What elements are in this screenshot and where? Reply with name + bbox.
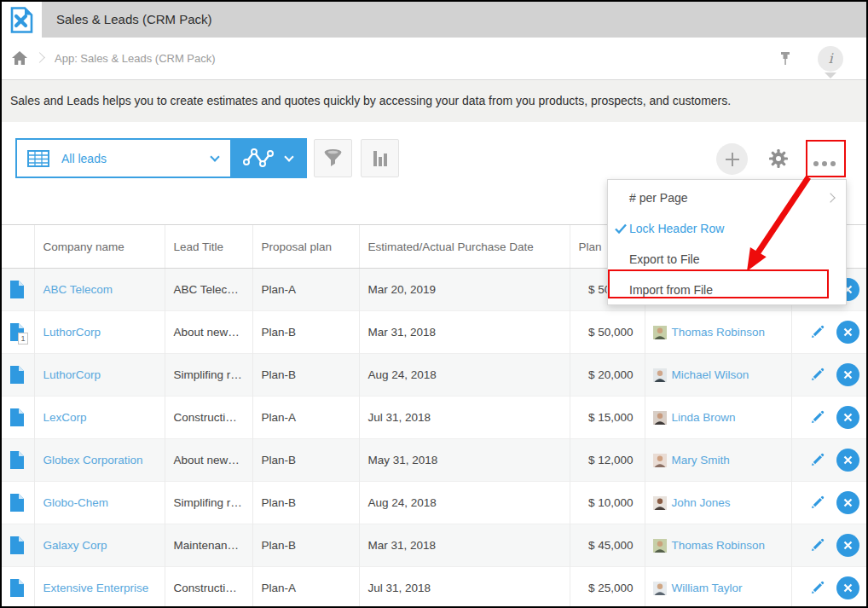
- delete-icon: [843, 583, 853, 593]
- breadcrumb: App: Sales & Leads (CRM Pack) i: [2, 38, 866, 79]
- delete-button[interactable]: [836, 491, 859, 514]
- table-row[interactable]: LexCorpConstructi…Plan-AJul 31, 2018$ 15…: [2, 397, 866, 439]
- chevron-right-icon: [825, 193, 835, 202]
- record-icon-cell[interactable]: [2, 524, 34, 567]
- edit-icon[interactable]: [810, 581, 825, 595]
- delete-button[interactable]: [836, 449, 859, 472]
- bar-chart-icon: [370, 148, 391, 169]
- company-name-cell[interactable]: Extensive Enterprise: [34, 567, 165, 608]
- person-link[interactable]: Thomas Robinson: [672, 326, 766, 339]
- person-link[interactable]: Mary Smith: [672, 454, 730, 466]
- table-row[interactable]: 1LuthorCorpAbout new…Plan-BMar 31, 2018$…: [2, 311, 866, 354]
- app-window: Sales & Leads (CRM Pack) App: Sales & Le…: [0, 0, 868, 608]
- proposal-plan-cell: Plan-A: [252, 567, 359, 608]
- delete-button[interactable]: [836, 534, 859, 557]
- filter-button[interactable]: [314, 139, 352, 177]
- company-name-cell[interactable]: LuthorCorp: [34, 311, 165, 354]
- plan-amount-cell: $ 12,000: [570, 439, 645, 482]
- gear-icon: [768, 148, 789, 169]
- person-link[interactable]: John Jones: [672, 496, 731, 509]
- lead-title-cell: About new…: [165, 439, 252, 482]
- edit-icon[interactable]: [810, 368, 825, 382]
- assigned-person-cell: Thomas Robinson: [645, 524, 791, 567]
- page-title: Sales & Leads (CRM Pack): [56, 2, 212, 38]
- person-link[interactable]: Michael Wilson: [672, 368, 749, 381]
- table-row[interactable]: Galaxy CorpMaintenan…Plan-BMar 31, 2018$…: [2, 524, 866, 567]
- company-name-cell[interactable]: Globo-Chem: [34, 482, 165, 524]
- edit-icon[interactable]: [810, 453, 825, 467]
- more-options-button[interactable]: [811, 155, 838, 162]
- breadcrumb-separator-icon: [34, 52, 45, 63]
- proposal-plan-cell: Plan-B: [252, 354, 359, 397]
- delete-button[interactable]: [836, 576, 859, 599]
- lead-title-cell: Simplifing r…: [165, 482, 252, 524]
- avatar: [653, 496, 667, 510]
- delete-icon: [843, 370, 853, 379]
- company-name-cell[interactable]: ABC Telecom: [34, 269, 165, 311]
- avatar: [653, 326, 667, 339]
- breadcrumb-text: App: Sales & Leads (CRM Pack): [55, 38, 216, 79]
- lead-title-cell: Simplifing r…: [165, 354, 252, 397]
- person-link[interactable]: Thomas Robinson: [672, 539, 766, 552]
- edit-icon[interactable]: [810, 495, 825, 510]
- record-icon-cell[interactable]: 1: [2, 311, 34, 354]
- info-icon[interactable]: i: [818, 46, 843, 72]
- menu-item-per-page[interactable]: # per Page: [608, 182, 846, 213]
- chart-view-toggle[interactable]: [230, 140, 305, 177]
- proposal-plan-cell: Plan-B: [252, 439, 359, 482]
- view-selector[interactable]: All leads: [15, 138, 307, 178]
- company-name-cell[interactable]: LuthorCorp: [34, 354, 165, 397]
- edit-icon[interactable]: [810, 538, 825, 553]
- settings-button[interactable]: [768, 148, 789, 169]
- record-file-icon: [9, 536, 24, 554]
- record-icon-cell[interactable]: [2, 439, 34, 482]
- record-icon-cell[interactable]: [2, 482, 34, 524]
- pin-icon[interactable]: [778, 50, 793, 67]
- home-icon[interactable]: [12, 51, 27, 65]
- record-icon-cell[interactable]: [2, 567, 34, 608]
- delete-button[interactable]: [836, 363, 859, 386]
- table-row[interactable]: LuthorCorpSimplifing r…Plan-BAug 24, 201…: [2, 354, 866, 397]
- record-icon-cell[interactable]: [2, 354, 34, 397]
- lead-title-cell: Maintenan…: [165, 524, 252, 567]
- proposal-plan-cell: Plan-A: [252, 397, 359, 439]
- delete-icon: [843, 541, 853, 550]
- table-row[interactable]: Extensive EnterpriseConstructi…Plan-AJul…: [2, 567, 866, 608]
- app-logo[interactable]: [2, 2, 42, 38]
- lead-title-cell: ABC Telec…: [165, 269, 252, 311]
- table-row[interactable]: Globo-ChemSimplifing r…Plan-BAug 24, 201…: [2, 482, 866, 524]
- delete-button[interactable]: [836, 406, 859, 429]
- record-file-icon: [9, 494, 24, 512]
- record-icon-cell[interactable]: [2, 397, 34, 439]
- lead-title-cell: Constructi…: [165, 567, 252, 608]
- view-selector-dropdown[interactable]: All leads: [17, 140, 230, 177]
- avatar: [653, 582, 667, 595]
- company-name-cell[interactable]: Globex Corporation: [34, 439, 165, 482]
- assigned-person-cell: Linda Brown: [645, 397, 791, 439]
- row-actions-cell: [791, 354, 866, 397]
- line-chart-icon: [243, 148, 275, 169]
- delete-button[interactable]: [836, 321, 859, 344]
- company-name-cell[interactable]: Galaxy Corp: [34, 524, 165, 567]
- add-record-button[interactable]: [716, 143, 748, 175]
- column-header-estimated-actual-purchase-date: Estimated/Actual Purchase Date: [359, 225, 570, 269]
- company-name-cell[interactable]: LexCorp: [34, 397, 165, 439]
- lead-title-cell: About new…: [165, 311, 252, 354]
- person-link[interactable]: William Taylor: [672, 582, 743, 594]
- row-actions-cell: [791, 567, 866, 608]
- row-actions-cell: [791, 524, 866, 567]
- menu-item-import-from-file[interactable]: Import from File: [608, 275, 846, 305]
- proposal-plan-cell: Plan-B: [252, 311, 359, 354]
- edit-icon[interactable]: [810, 410, 825, 425]
- menu-item-lock-header-row[interactable]: Lock Header Row: [608, 213, 846, 244]
- chart-button[interactable]: [361, 139, 399, 177]
- edit-icon[interactable]: [810, 325, 825, 339]
- table-grid-icon: [27, 150, 49, 167]
- title-bar: Sales & Leads (CRM Pack): [2, 2, 866, 38]
- record-icon-cell[interactable]: [2, 269, 34, 311]
- person-link[interactable]: Linda Brown: [672, 411, 736, 424]
- table-row[interactable]: Globex CorporationAbout new…Plan-BMay 31…: [2, 439, 866, 482]
- menu-item-export-to-file[interactable]: Export to File: [608, 244, 846, 275]
- record-file-icon: [9, 281, 24, 298]
- purchase-date-cell: Jul 31, 2018: [359, 397, 570, 439]
